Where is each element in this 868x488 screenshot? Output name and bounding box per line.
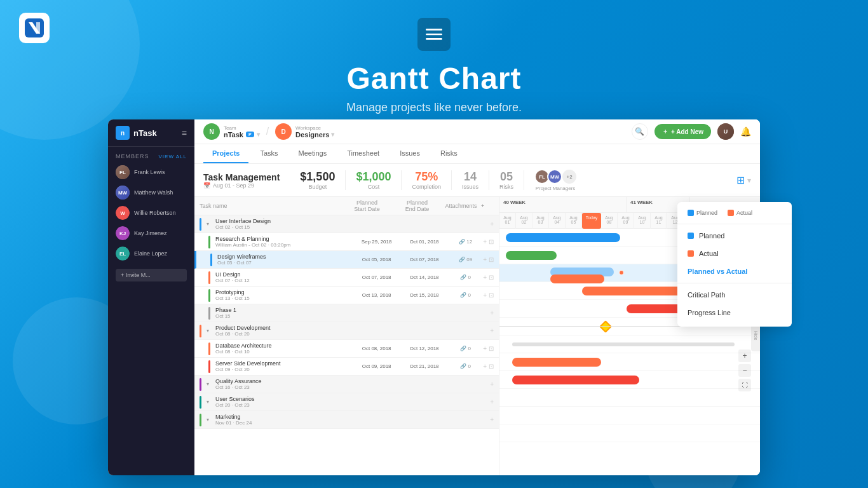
add-new-button[interactable]: ＋ + Add New	[654, 124, 711, 139]
search-button[interactable]: 🔍	[632, 123, 648, 140]
task-row[interactable]: Phase 1 Oct 15 +	[194, 304, 499, 322]
stat-risks: 05 Risks	[489, 170, 524, 190]
task-row[interactable]: Research & Planning William Austin - Oct…	[194, 233, 499, 251]
chevron-down-icon[interactable]: ▾	[747, 176, 751, 185]
task-name: Phase 1	[215, 307, 236, 313]
task-end-date: Oct 07, 2018	[400, 257, 448, 262]
task-name: User Scenarios	[215, 396, 255, 402]
tab-tasks[interactable]: Tasks	[251, 144, 287, 163]
task-row[interactable]: ▾ Marketing Nov 01 · Dec 24 +	[194, 411, 499, 429]
menu-button[interactable]	[417, 18, 451, 51]
open-task-icon[interactable]: ⊡	[489, 256, 494, 263]
workspace-selector[interactable]: D Workspace Designers ▾	[275, 123, 334, 140]
add-task-icon[interactable]: +	[490, 327, 494, 334]
workspace-label: Workspace	[295, 125, 334, 131]
expand-icon[interactable]: ▾	[207, 399, 213, 405]
add-task-icon[interactable]: +	[483, 274, 487, 281]
app-window: n nTask ≡ MEMBERS View All FL Frank Lewi…	[108, 119, 760, 475]
task-end-date: Oct 12, 2018	[400, 346, 448, 351]
dropdown-item-planned[interactable]: Planned	[677, 227, 792, 245]
expand-icon[interactable]: ▾	[207, 381, 213, 387]
managers-section: FL MW +2	[534, 169, 576, 184]
sidebar-hamburger-icon[interactable]: ≡	[182, 128, 187, 138]
task-attachments: 🔗 0	[448, 346, 483, 351]
view-toggle[interactable]: ⊞ ▾	[736, 174, 751, 186]
team-name: nTask P ▾	[224, 131, 260, 139]
add-task-icon[interactable]: +	[483, 345, 487, 352]
add-task-icon[interactable]: +	[490, 309, 494, 316]
actual-label: Actual	[736, 210, 752, 216]
dropdown-item-critical-path[interactable]: Critical Path	[677, 286, 792, 304]
member-elaine-lopez[interactable]: EL Elaine Lopez	[108, 243, 194, 264]
task-row[interactable]: ▾ Quality Assurance Oct 16 · Oct 23 +	[194, 376, 499, 393]
add-task-icon[interactable]: +	[483, 238, 487, 245]
task-sub: William Austin - Oct 02 · 03:20pm	[215, 242, 290, 248]
tab-projects[interactable]: Projects	[203, 144, 248, 163]
task-options-icon[interactable]: ⊡	[489, 345, 494, 352]
tab-timesheet[interactable]: Timesheet	[338, 144, 388, 163]
task-row[interactable]: ▾ User Interface Design Oct 02 - Oct 15 …	[194, 215, 499, 233]
task-name: UI Design	[215, 271, 250, 278]
expand-icon[interactable]: ▾	[207, 417, 213, 423]
task-options-icon[interactable]: ⊡	[489, 292, 494, 299]
add-task-icon[interactable]: +	[483, 292, 487, 299]
stat-budget: $1,500 Budget	[290, 170, 346, 190]
task-options-icon[interactable]: ⊡	[489, 363, 494, 370]
add-task-icon[interactable]: +	[483, 256, 487, 263]
budget-value: $1,500	[300, 170, 335, 184]
team-label: Team	[224, 125, 260, 131]
today-label: Today	[582, 213, 601, 229]
col-planned-start: PlannedStart Date	[343, 200, 391, 212]
task-row[interactable]: ▾ User Scenarios Oct 20 · Oct 23 +	[194, 393, 499, 411]
task-row[interactable]: Prototyping Oct 13 · Oct 15 Oct 13, 2018…	[194, 287, 499, 304]
grid-view-icon[interactable]: ⊞	[736, 174, 745, 186]
task-options-icon[interactable]: ⊡	[489, 238, 494, 245]
add-task-icon[interactable]: +	[483, 363, 487, 370]
expand-icon[interactable]: ▾	[207, 221, 213, 227]
invite-member-button[interactable]: + Invite M...	[116, 269, 187, 281]
dropdown-item-actual[interactable]: Actual	[677, 245, 792, 262]
task-sub: Oct 15	[215, 313, 236, 319]
team-selector[interactable]: N Team nTask P ▾	[203, 123, 260, 140]
task-sub: Oct 02 - Oct 15	[215, 224, 271, 230]
budget-label: Budget	[300, 184, 335, 190]
zoom-in-button[interactable]: +	[738, 349, 751, 362]
tab-meetings[interactable]: Meetings	[290, 144, 336, 163]
calendar-icon: 📅	[203, 182, 210, 189]
member-name: Willie Robertson	[134, 210, 176, 216]
dropdown-item-progress-line[interactable]: Progress Line	[677, 304, 792, 322]
tab-bar: Projects Tasks Meetings Timesheet Issues…	[194, 144, 760, 164]
add-task-icon[interactable]: +	[490, 398, 494, 405]
task-name: Marketing	[215, 414, 252, 420]
task-row[interactable]: ▾ Product Development Oct 08 · Oct 20 +	[194, 322, 499, 340]
task-attachments: 🔗 09	[448, 257, 483, 262]
member-avatar: FL	[116, 165, 130, 179]
member-frank-lewis[interactable]: FL Frank Lewis	[108, 162, 194, 182]
member-willie-robertson[interactable]: W Willie Robertson	[108, 203, 194, 223]
task-row[interactable]: Server Side Development Oct 09 · Oct 20 …	[194, 358, 499, 376]
view-all-link[interactable]: View All	[159, 154, 187, 159]
zoom-out-button[interactable]: −	[738, 364, 751, 377]
add-task-icon[interactable]: +	[490, 220, 494, 227]
expand-icon[interactable]: ▾	[207, 328, 213, 334]
notification-bell-icon[interactable]: 🔔	[740, 126, 751, 137]
task-color-bar	[208, 342, 210, 355]
tab-risks[interactable]: Risks	[431, 144, 466, 163]
add-task-icon[interactable]: +	[490, 416, 494, 423]
sidebar-brand-name: nTask	[133, 128, 157, 138]
member-kay-jimenez[interactable]: KJ Kay Jimenez	[108, 223, 194, 243]
fullscreen-button[interactable]: ⛶	[738, 379, 751, 391]
task-color-bar	[208, 360, 210, 373]
tab-issues[interactable]: Issues	[391, 144, 429, 163]
add-task-icon[interactable]: +	[490, 381, 494, 388]
dropdown-item-planned-vs-actual[interactable]: Planned vs Actual	[677, 262, 792, 280]
task-options-icon[interactable]: ⊡	[489, 274, 494, 281]
task-row[interactable]: Database Architecture Oct 08 · Oct 10 Oc…	[194, 340, 499, 358]
task-row[interactable]: Design Wireframes Oct 05 · Oct 07 Oct 05…	[194, 251, 499, 269]
project-title: Task Management	[203, 172, 280, 182]
task-row[interactable]: UI Design Oct 07 · Oct 12 Oct 07, 2018 O…	[194, 269, 499, 287]
actual-color-dot	[728, 210, 734, 216]
user-avatar[interactable]: U	[717, 123, 734, 140]
day-label: Aug11	[651, 213, 667, 229]
member-matthew-walsh[interactable]: MW Matthew Walsh	[108, 182, 194, 203]
